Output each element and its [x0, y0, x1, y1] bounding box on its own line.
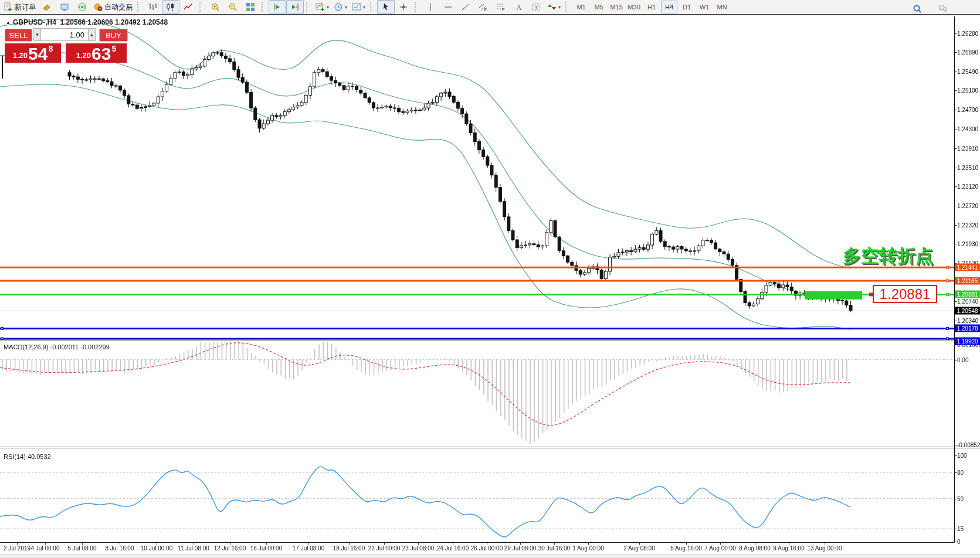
timeframe-h4-button[interactable]: H4 [661, 1, 677, 13]
price-axis-label: 1.20340 [957, 318, 978, 324]
buy-button[interactable]: BUY [99, 29, 128, 42]
price-axis-label: 1.23120 [957, 183, 978, 189]
chart-shift-button[interactable] [286, 0, 304, 14]
timeframe-mn-button[interactable]: MN [714, 1, 730, 13]
date-axis-label: 1 Aug 00:00 [572, 545, 603, 552]
arrows-button[interactable]: ▾ [545, 0, 563, 14]
one-click-trading-panel: SELL ▼ ▲ BUY 1.20 54 8 1.20 63 5 [5, 27, 128, 63]
volume-stepper: ▼ ▲ [33, 28, 96, 41]
date-axis-label: 7 Aug 00:00 [704, 545, 735, 552]
chevron-down-icon[interactable]: ▾ [363, 5, 365, 10]
new-order-button[interactable]: 新订单 [1, 0, 38, 14]
horizontal-line-button[interactable] [439, 0, 457, 14]
toolbar-separator [199, 2, 205, 12]
symbol-collapse-icon[interactable]: ▲ [6, 20, 11, 25]
toolbar-separator [262, 2, 267, 12]
price-axis-label: 1.22320 [957, 222, 978, 228]
buy-price-big: 63 [91, 46, 111, 62]
candlestick-chart-button[interactable] [162, 0, 179, 14]
fibo-icon: F [496, 2, 506, 12]
svg-text:F: F [502, 8, 504, 12]
timeframe-m1-button[interactable]: M1 [573, 1, 589, 13]
equidistant-channel-button[interactable]: E [474, 0, 492, 14]
timeframe-w1-button[interactable]: W1 [696, 1, 713, 13]
fibonacci-button[interactable]: F [492, 0, 510, 14]
date-axis-label: 22 Jul 00:00 [368, 545, 401, 552]
candlestick-icon [166, 2, 175, 12]
periods-icon [334, 2, 343, 12]
new-order-label: 新订单 [15, 2, 36, 12]
price-level-label[interactable]: 1.20881 [873, 285, 937, 303]
crosshair-button[interactable] [395, 0, 412, 14]
date-axis-label: 17 Jul 08:00 [293, 545, 325, 552]
date-axis-label: 16 Jul 00:00 [250, 545, 283, 552]
auto-trading-label: 自动交易 [104, 2, 133, 12]
timeframe-m5-button[interactable]: M5 [591, 1, 607, 13]
rsi-axis-label: 15 [957, 525, 964, 532]
vertical-line-button[interactable] [422, 0, 439, 14]
zoom-out-icon [228, 2, 238, 12]
market-watch-button[interactable] [56, 0, 73, 14]
tile-windows-icon [246, 2, 255, 12]
tile-windows-button[interactable] [242, 0, 259, 14]
price-axis-badge: 1.21165 [955, 277, 980, 284]
buy-price-small: 1.20 [76, 51, 91, 60]
price-axis-label: 1.24300 [957, 126, 978, 132]
crosshair-icon [399, 2, 408, 12]
price-axis-badge: 1.20881 [955, 291, 980, 298]
text-icon: A [514, 2, 523, 12]
zoom-out-button[interactable] [224, 0, 242, 14]
price-axis-badge: 1.21441 [955, 264, 980, 271]
chart-window: ▲GBPUSD-,H4 1.20566 1.20606 1.20492 1.20… [0, 16, 980, 558]
volume-decrease-button[interactable]: ▼ [33, 28, 41, 41]
macd-axis-label: 0.00 [957, 356, 968, 363]
buy-price-button[interactable]: 1.20 63 5 [66, 43, 127, 63]
price-axis-label: 1.21930 [957, 240, 978, 247]
volume-increase-button[interactable]: ▲ [88, 28, 96, 41]
price-axis-label: 1.22720 [957, 202, 978, 209]
timeframe-m30-button[interactable]: M30 [626, 1, 642, 13]
periods-button[interactable]: ▾ [331, 0, 350, 14]
auto-scroll-button[interactable] [269, 0, 286, 14]
timeframe-d1-button[interactable]: D1 [679, 1, 695, 13]
chevron-down-icon[interactable]: ▾ [327, 5, 329, 10]
zoom-in-button[interactable] [206, 0, 224, 14]
bar-chart-button[interactable] [144, 0, 162, 14]
sell-button[interactable]: SELL [5, 29, 32, 42]
cursor-button[interactable] [377, 0, 395, 14]
sell-price-button[interactable]: 1.20 54 8 [5, 43, 61, 63]
eraser-button[interactable] [38, 0, 56, 14]
rsi-axis-label: 80 [957, 469, 964, 476]
indicators-button[interactable]: ▾ [313, 0, 331, 14]
toolbar-separator [306, 2, 311, 12]
chevron-down-icon[interactable]: ▾ [558, 5, 561, 10]
templates-button[interactable]: ▾ [350, 0, 368, 14]
bar-chart-icon [148, 2, 158, 12]
rsi-axis-label: 100 [957, 452, 967, 459]
signals-button[interactable] [73, 0, 91, 14]
line-chart-button[interactable] [179, 0, 197, 14]
volume-input[interactable] [41, 28, 88, 41]
timeframe-m15-button[interactable]: M15 [608, 1, 625, 13]
chart-canvas[interactable] [0, 16, 980, 558]
price-axis-label: 1.25100 [957, 87, 978, 94]
auto-trading-button[interactable]: 自动交易 [91, 0, 135, 14]
templates-icon [352, 2, 361, 12]
sell-price-big: 54 [28, 46, 48, 62]
chat-button[interactable] [934, 2, 952, 16]
signal-icon [77, 2, 87, 12]
date-axis-label: 8 Jul 16:00 [106, 545, 134, 552]
toolbar-separator [370, 2, 375, 12]
price-axis-label: 1.26280 [957, 30, 978, 37]
chevron-down-icon[interactable]: ▾ [345, 5, 347, 10]
macd-axis-label: -0.008522 [957, 442, 980, 448]
text-label-button[interactable]: T [527, 0, 545, 14]
text-button[interactable]: A [510, 0, 527, 14]
price-axis-label: 1.23510 [957, 164, 978, 171]
search-button[interactable] [908, 2, 926, 16]
monitor-icon [60, 2, 69, 12]
timeframe-h1-button[interactable]: H1 [643, 1, 660, 13]
eraser-icon [42, 2, 52, 12]
price-axis-label: 1.25490 [957, 69, 978, 75]
trendline-button[interactable] [457, 0, 474, 14]
